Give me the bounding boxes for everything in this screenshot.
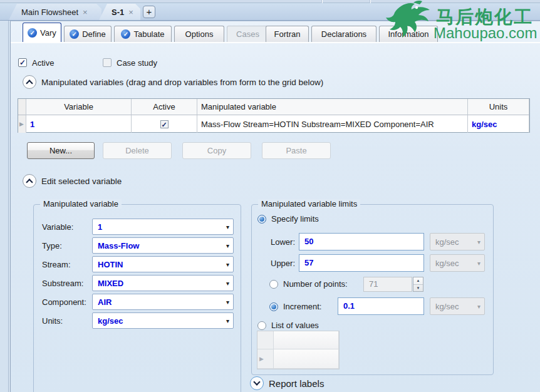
col-header-manipulated-variable[interactable]: Manipulated variable — [197, 99, 468, 115]
left-splitter[interactable] — [0, 21, 10, 392]
tab-label: Cases — [236, 29, 259, 39]
cell-variable[interactable]: 1 — [26, 115, 132, 133]
substream-combobox[interactable]: MIXED ▾ — [92, 275, 234, 291]
substream-label: Substream: — [42, 279, 83, 288]
copy-button: Copy — [182, 142, 251, 159]
combo-value: MIXED — [98, 279, 123, 288]
spinner-up-icon[interactable]: ▲ — [413, 277, 423, 285]
tab-define[interactable]: ✓ Define — [64, 26, 112, 42]
limits-groupbox: Manipulated variable limits Specify limi… — [251, 204, 494, 375]
row-active-checkbox[interactable]: ✓ — [160, 120, 169, 128]
cell-units[interactable]: kg/sec — [468, 115, 529, 133]
units-combobox[interactable]: kg/sec ▾ — [92, 312, 234, 329]
tab-label: Options — [185, 29, 214, 39]
list-of-values-option[interactable]: List of values — [257, 321, 319, 330]
tab-information[interactable]: Information — [379, 26, 438, 42]
increment-option[interactable]: Increment: — [269, 302, 321, 311]
tab-label: Tabulate — [133, 29, 164, 39]
type-label: Type: — [42, 241, 62, 250]
row-selector[interactable]: ▶ — [18, 115, 26, 133]
lower-units-combobox: kg/sec ▾ — [430, 233, 485, 250]
list-of-values-grid[interactable]: ▶ — [257, 331, 340, 369]
combo-value: AIR — [98, 297, 112, 307]
lower-input[interactable]: 50 — [299, 233, 424, 250]
tab-options[interactable]: Options — [174, 26, 224, 42]
chevron-down-icon[interactable]: ▾ — [226, 261, 229, 268]
section-title: Manipulated variables (drag and drop var… — [41, 78, 323, 87]
increment-units-combobox: kg/sec ▾ — [430, 297, 485, 315]
upper-input[interactable]: 57 — [299, 254, 424, 272]
tab-label: Define — [82, 29, 106, 39]
section-title: Edit selected variable — [41, 177, 122, 186]
increment-input[interactable]: 0.1 — [338, 297, 424, 315]
variables-table: Variable Active Manipulated variable Uni… — [18, 98, 530, 133]
combo-value: Mass-Flow — [98, 241, 139, 250]
number-of-points-spinner[interactable]: ▲ ▼ — [413, 277, 423, 292]
collapse-icon[interactable] — [23, 174, 36, 188]
radio-label: Number of points: — [283, 279, 348, 289]
radio-icon[interactable] — [269, 302, 278, 311]
section-report-labels: Report labels — [250, 376, 324, 390]
active-checkbox[interactable]: ✓ — [18, 58, 27, 67]
case-study-checkbox[interactable] — [103, 58, 112, 67]
chevron-down-icon[interactable]: ▾ — [226, 242, 229, 249]
cell-active[interactable]: ✓ — [132, 115, 197, 133]
close-icon[interactable]: × — [83, 8, 88, 17]
component-combobox[interactable]: AIR ▾ — [92, 294, 234, 310]
input-value: 0.1 — [343, 301, 355, 311]
tab-main-flowsheet[interactable]: Main Flowsheet × — [9, 4, 101, 20]
form-panel: ✓ Vary ✓ Define ✓ Tabulate Options Cases… — [10, 21, 540, 392]
chevron-down-icon[interactable]: ▾ — [226, 299, 229, 306]
col-header-variable[interactable]: Variable — [26, 99, 132, 115]
expand-icon[interactable] — [250, 376, 264, 390]
tab-s1[interactable]: S-1 × — [99, 4, 140, 20]
spinner-down-icon[interactable]: ▼ — [413, 285, 423, 292]
radio-label: Increment: — [283, 302, 321, 311]
radio-icon[interactable] — [257, 321, 266, 330]
component-label: Component: — [42, 297, 86, 307]
col-header-active[interactable]: Active — [132, 99, 197, 115]
type-combobox[interactable]: Mass-Flow ▾ — [92, 237, 234, 254]
lov-header-cell[interactable] — [274, 331, 339, 349]
collapse-icon[interactable] — [23, 75, 36, 89]
tab-label: S-1 — [112, 8, 124, 17]
number-of-points-input: 71 — [363, 277, 412, 292]
active-label: Active — [32, 58, 54, 68]
complete-check-icon: ✓ — [28, 28, 37, 38]
chevron-down-icon[interactable]: ▾ — [226, 224, 229, 230]
tab-label: Fortran — [274, 29, 301, 39]
lov-value-cell[interactable] — [274, 349, 339, 369]
complete-check-icon: ✓ — [121, 29, 130, 39]
new-tab-button[interactable]: + — [143, 6, 155, 18]
combo-value: kg/sec — [98, 316, 123, 326]
lov-header-selector — [257, 331, 274, 349]
radio-icon[interactable] — [269, 280, 278, 289]
aspen-sensitivity-window: Main Flowsheet × S-1 × + ✓ Vary ✓ Define… — [0, 0, 540, 392]
tab-fortran[interactable]: Fortran — [266, 26, 309, 42]
tab-vary[interactable]: ✓ Vary — [23, 23, 61, 42]
groupbox-legend: Manipulated variable — [40, 199, 122, 209]
chevron-down-icon[interactable]: ▾ — [226, 317, 229, 324]
radio-icon[interactable] — [257, 215, 266, 224]
chevron-down-icon[interactable]: ▾ — [226, 280, 229, 287]
input-value: 71 — [369, 279, 378, 289]
upper-units-combobox: kg/sec ▾ — [430, 254, 485, 272]
new-button[interactable]: New... — [27, 142, 95, 159]
tab-label: Declarations — [321, 29, 366, 39]
section-manipulated-variables: Manipulated variables (drag and drop var… — [23, 75, 323, 89]
combo-value: HOTIN — [98, 260, 123, 269]
groupbox-legend: Manipulated variable limits — [258, 199, 360, 209]
cell-definition[interactable]: Mass-Flow Stream=HOTIN Substream=MIXED C… — [197, 115, 468, 133]
stream-combobox[interactable]: HOTIN ▾ — [92, 256, 234, 272]
radio-label: Specify limits — [271, 214, 319, 224]
section-edit-selected-variable: Edit selected variable — [23, 174, 122, 188]
specify-limits-option[interactable]: Specify limits — [257, 214, 319, 224]
combo-value: 1 — [98, 222, 102, 232]
number-of-points-option[interactable]: Number of points: — [269, 279, 348, 289]
close-icon[interactable]: × — [128, 8, 133, 17]
col-header-units[interactable]: Units — [468, 99, 529, 115]
variable-combobox[interactable]: 1 ▾ — [92, 219, 234, 235]
lov-row-selector[interactable]: ▶ — [257, 349, 274, 369]
tab-declarations[interactable]: Declarations — [311, 26, 376, 42]
tab-tabulate[interactable]: ✓ Tabulate — [114, 26, 172, 42]
